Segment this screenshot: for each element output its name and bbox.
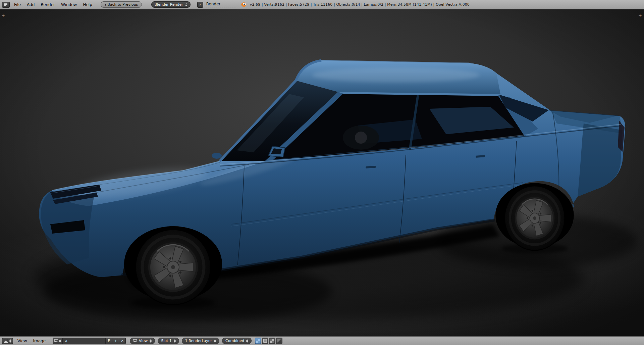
editor-type-selector-image[interactable]	[2, 338, 13, 344]
menu-window[interactable]: Window	[58, 2, 80, 7]
channel-alpha-toggle[interactable]	[269, 338, 275, 344]
new-image-button[interactable]: +	[112, 338, 119, 344]
back-arrow-icon: ◂	[104, 3, 106, 6]
z-buffer-icon	[277, 339, 281, 343]
scene-stats: v2.69 | Verts:9162 | Faces:5729 | Tris:1…	[250, 2, 470, 7]
image-name-field[interactable]: a	[63, 338, 106, 344]
channel-color-alpha-toggle[interactable]	[255, 338, 261, 344]
chevron-updown-icon	[174, 339, 176, 343]
chevron-updown-icon	[214, 339, 216, 343]
menu-add[interactable]: Add	[24, 2, 38, 7]
image-editor-icon	[4, 339, 8, 343]
render-layer-label: 1 RenderLayer	[185, 339, 212, 343]
chevron-updown-icon	[59, 339, 61, 343]
menu-help[interactable]: Help	[80, 2, 95, 7]
render-pass-label: Combined	[225, 339, 244, 343]
menu-view[interactable]: View	[14, 339, 30, 343]
screen-datablock: ✕ Render	[197, 2, 235, 8]
image-editor-viewport[interactable]: + +	[0, 9, 644, 336]
image-browse-button[interactable]	[53, 338, 63, 344]
image-editor-header: View Image a F + ✕ View Slot 1	[0, 336, 644, 345]
far-side-mirror	[212, 153, 222, 159]
unlink-image-button[interactable]: ✕	[119, 338, 126, 344]
slot-select[interactable]: Slot 1	[158, 338, 179, 344]
blender-logo-icon	[240, 2, 247, 7]
render-pass-select[interactable]: Combined	[222, 338, 252, 344]
info-editor-icon	[4, 3, 8, 6]
color-alpha-icon	[256, 339, 260, 343]
close-icon: ✕	[199, 3, 202, 6]
menu-render[interactable]: Render	[38, 2, 58, 7]
fake-user-button[interactable]: F	[106, 338, 112, 344]
info-header: File Add Render Window Help ◂ Back to Pr…	[0, 0, 644, 9]
chevron-updown-icon	[9, 339, 11, 343]
back-to-previous-label: Back to Previous	[107, 2, 138, 7]
editor-type-selector[interactable]	[2, 2, 10, 8]
display-view-label: View	[139, 339, 148, 343]
image-datablock: a F + ✕	[53, 338, 126, 344]
render-engine-select[interactable]: Blender Render	[151, 1, 191, 8]
render-layer-select[interactable]: 1 RenderLayer	[182, 338, 219, 344]
alpha-checker-icon	[270, 339, 274, 343]
blender-window: File Add Render Window Help ◂ Back to Pr…	[0, 0, 644, 345]
back-to-previous-button[interactable]: ◂ Back to Previous	[101, 1, 142, 8]
channel-z-toggle[interactable]	[276, 338, 282, 344]
view-corner-marker: +	[1, 13, 5, 18]
chevron-updown-icon	[246, 339, 248, 343]
chevron-updown-icon	[150, 339, 152, 343]
color-icon	[263, 339, 267, 343]
render-engine-label: Blender Render	[155, 2, 183, 7]
slot-label: Slot 1	[161, 339, 172, 343]
render-image	[0, 9, 644, 336]
menu-file[interactable]: File	[11, 2, 24, 7]
screen-name-field[interactable]: Render	[205, 2, 235, 7]
top-menubar: File Add Render Window Help	[11, 2, 95, 7]
menu-image[interactable]: Image	[30, 339, 49, 343]
display-view-select[interactable]: View	[130, 338, 155, 344]
image-icon	[133, 339, 137, 342]
view-corner-marker: +	[638, 13, 642, 18]
image-icon	[54, 339, 58, 342]
unlink-screen-button[interactable]: ✕	[197, 2, 203, 8]
channel-color-toggle[interactable]	[262, 338, 268, 344]
chevron-updown-icon	[185, 3, 187, 6]
